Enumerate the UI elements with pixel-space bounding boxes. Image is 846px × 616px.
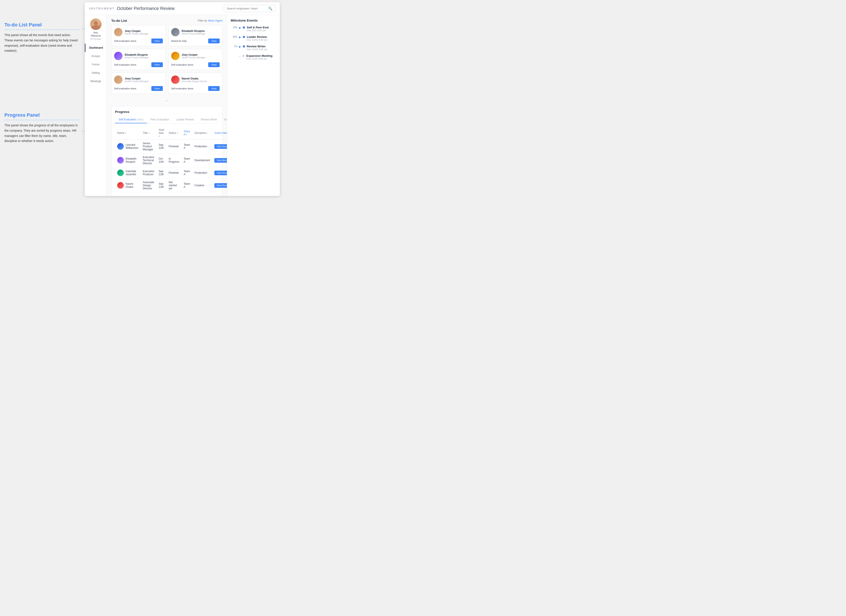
search-box[interactable]: 🔍 [224,5,275,12]
milestone-info-2: Review Writer Due 11/15 9:00 am [247,45,268,51]
todo-view-btn-0[interactable]: View [152,38,163,43]
todo-status-2: Self-evaluation done. [114,63,137,66]
annotation-panel-2: Progress Panel This panel shows the prog… [0,108,84,148]
td-date-0: Sep 12th [156,139,166,154]
annotation-panel-1: To-do List Panel This panel shows all th… [0,18,84,58]
action-btn-2[interactable]: View Document [214,171,227,175]
col-action[interactable]: Action Needed ▾ [212,126,227,139]
milestone-name-0: Self & Peer-Eval [247,26,269,29]
col-name[interactable]: Name ▾ [115,126,141,139]
td-status-0: Finished [166,139,181,154]
todo-status-1: Asked for help. [171,40,187,42]
tab-review-writer[interactable]: Review Writer [197,116,221,123]
right-panel: Milestone Events 10% ▶ Self & Peer-Eval … [227,15,280,196]
table-body: Leonard Williamson Senior Product Manage… [115,139,227,192]
sidebar-item-dashboard[interactable]: Dashboard [85,44,107,52]
todo-header: To-do List Filter by Most Urgent [111,19,222,22]
annotation-title-1: To-do List Panel [4,22,79,30]
sidebar-item-forms[interactable]: Forms [85,60,107,69]
table-header-row: Name ▾ Title ▾ Start date ▾ Status ▾ Tea… [115,126,227,139]
tab-pct-self: (10%) [137,118,143,121]
sort-date-icon: ▾ [159,135,160,137]
user-role: HR Manager [90,38,102,40]
tab-leader-review[interactable]: Leader Review [172,116,197,123]
todo-view-btn-1[interactable]: View [208,38,220,43]
sidebar-nav: Dashboard Groups Forms Setting Meetings [85,44,107,85]
sidebar-item-setting[interactable]: Setting [85,69,107,77]
td-team-1: Team A [181,154,192,167]
todo-status-4: Self-evaluation done. [114,87,137,90]
todo-status-0: Self-evaluation done. [114,40,137,42]
todo-person-2: Elisabeth Dicaprio Senior Product Manage… [114,52,163,60]
sidebar-item-meetings[interactable]: Meetings [85,77,107,85]
todo-status-3: Self-evaluation done. [171,63,194,66]
todo-avatar-4 [114,76,122,84]
td-title-3: Associate Design Director [141,179,156,192]
col-status[interactable]: Status ▾ [166,126,181,139]
annotation-text-2: This panel shows the progress of all the… [4,123,79,144]
col-discipline[interactable]: Discipline ▾ [192,126,212,139]
td-date-1: Oct 12th [156,154,166,167]
td-team-2: Team A [181,167,192,179]
avatar [90,19,102,30]
col-start-date[interactable]: Start date ▾ [156,126,166,139]
tab-expansion-meeting[interactable]: Expansion Meeting [221,116,227,123]
todo-person-5: Naomi Osaka Associate Design Director [171,76,220,84]
milestone-item-2: 1% ▶ Review Writer Due 11/15 9:00 am [231,45,276,51]
row-avatar-3 [117,182,124,189]
filter-value[interactable]: Most Urgent [208,19,222,22]
todo-title-1: Senior Procuct Manager [182,32,206,35]
todo-grid: Joey Cooper Senior Product Manager Self-… [111,25,222,94]
row-name-0: Leonard Williamson [126,143,138,150]
todo-expand-btn[interactable]: ⌄ [111,97,222,103]
todo-action-4: Self-evaluation done. View [114,86,163,91]
sidebar-item-groups[interactable]: Groups [85,52,107,60]
todo-name-2: Elisabeth Dicaprio [125,53,149,56]
td-name-0: Leonard Williamson [115,139,141,154]
todo-card-1: Elisabeth Dicaprio Senior Procuct Manage… [168,25,223,46]
todo-view-btn-3[interactable]: View [208,62,220,67]
td-discipline-1: Development [192,154,212,167]
milestone-pct-0: 10% [231,26,237,29]
todo-person-4: Joey Cooper Senior Product Manager [114,76,163,84]
milestone-dot-2 [243,45,245,48]
todo-action-2: Self-evaluation done. View [114,62,163,67]
todo-view-btn-2[interactable]: View [152,62,163,67]
todo-title: To-do List [111,19,127,22]
todo-card-3: Joey Cooper Senior Procuct Manager Self-… [168,49,223,70]
col-title[interactable]: Title ▾ [141,126,156,139]
milestone-name-3: Expansion Meeting [246,54,272,57]
milestone-dot-0 [243,26,245,29]
action-btn-1[interactable]: View Message [214,158,227,163]
milestone-info-1: Leader Review Due 10/15 9:00 am [247,35,268,41]
action-btn-0[interactable]: View Document [214,144,227,149]
td-name-1: Elisabeth Dicaprio [115,154,141,167]
todo-view-btn-5[interactable]: View [208,86,220,91]
todo-status-5: Self-evaluation done. [171,87,194,90]
todo-avatar-1 [171,28,179,36]
col-team[interactable]: Team A ▾ [181,126,192,139]
milestone-pct-1: 89% [231,35,237,38]
search-input[interactable] [227,7,266,10]
row-name-3: Naomi Osaka [126,182,138,188]
page-title: October Performance Review [117,6,224,11]
milestone-arrow-2: ▶ [239,45,241,48]
todo-avatar-3 [171,52,179,60]
todo-title-4: Senior Product Manager [125,80,149,82]
td-discipline-2: Production [192,167,212,179]
action-btn-3[interactable]: Send Reminder [214,183,227,188]
row-name-2: Gabrielle Jaramillo [126,170,138,176]
todo-card-2: Elisabeth Dicaprio Senior Product Manage… [111,49,166,70]
td-action-1: View Message [212,154,227,167]
annotation-text-1: This panel shows all the events that nee… [4,32,79,53]
tab-self-evaluation[interactable]: Self Evaluation (10%) [115,116,147,123]
milestone-item-3: ● Expansion Meeting Due 11/15 9:00 am [231,54,276,60]
td-title-2: Executive Producer [141,167,156,179]
filter-area: Filter by Most Urgent [198,19,223,22]
milestone-info-3: Expansion Meeting Due 11/15 9:00 am [246,54,272,60]
todo-view-btn-4[interactable]: View [152,86,163,91]
milestone-arrow-3: ● [239,54,241,58]
row-avatar-2 [117,170,124,176]
annotation-title-2: Progress Panel [4,112,79,120]
tab-peer-evaluation[interactable]: Peer Evaluation [147,116,173,123]
